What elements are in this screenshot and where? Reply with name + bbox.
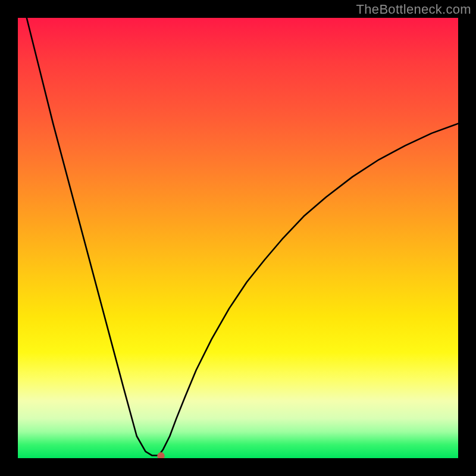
watermark-text: TheBottleneck.com: [356, 2, 471, 17]
chart-frame: TheBottleneck.com: [0, 0, 476, 476]
chart-svg: [18, 18, 458, 458]
optimal-point-marker: [157, 452, 164, 458]
chart-plot-area: [18, 18, 458, 458]
bottleneck-curve: [27, 18, 458, 456]
